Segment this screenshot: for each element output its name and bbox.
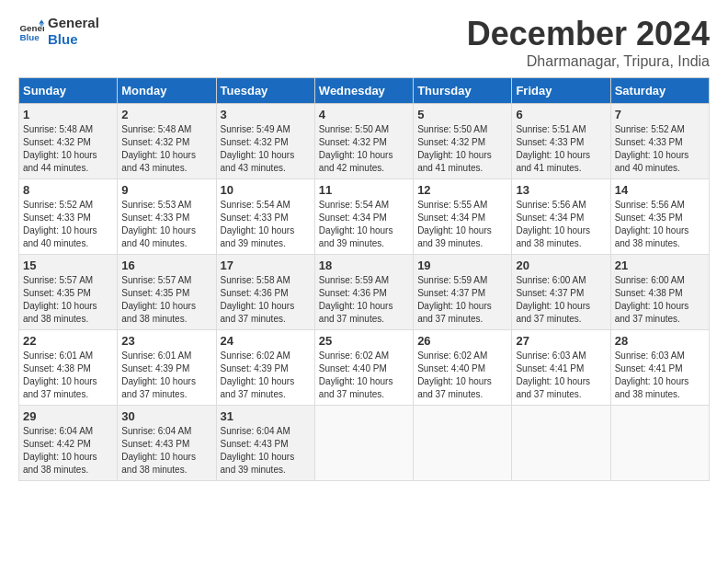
- logo-icon: General Blue: [18, 18, 44, 44]
- day-number: 6: [516, 108, 606, 121]
- calendar-cell: 28Sunrise: 6:03 AMSunset: 4:41 PMDayligh…: [610, 330, 709, 406]
- calendar-cell: [610, 406, 709, 481]
- day-number: 12: [417, 183, 507, 197]
- calendar-cell: 24Sunrise: 6:02 AMSunset: 4:39 PMDayligh…: [216, 330, 314, 406]
- calendar-cell: 1Sunrise: 5:48 AMSunset: 4:32 PMDaylight…: [19, 104, 118, 179]
- day-info: Sunrise: 5:50 AMSunset: 4:32 PMDaylight:…: [319, 123, 409, 175]
- day-number: 26: [417, 334, 507, 348]
- day-info: Sunrise: 6:01 AMSunset: 4:39 PMDaylight:…: [121, 350, 211, 401]
- calendar-cell: 14Sunrise: 5:56 AMSunset: 4:35 PMDayligh…: [610, 179, 709, 255]
- day-number: 25: [319, 334, 409, 348]
- day-number: 10: [221, 183, 311, 197]
- day-info: Sunrise: 5:48 AMSunset: 4:32 PMDaylight:…: [121, 123, 211, 175]
- calendar-week-4: 22Sunrise: 6:01 AMSunset: 4:38 PMDayligh…: [19, 330, 710, 406]
- day-info: Sunrise: 5:57 AMSunset: 4:35 PMDaylight:…: [23, 274, 113, 326]
- calendar-cell: 31Sunrise: 6:04 AMSunset: 4:43 PMDayligh…: [216, 406, 314, 481]
- calendar-cell: 12Sunrise: 5:55 AMSunset: 4:34 PMDayligh…: [414, 179, 512, 255]
- calendar-cell: 30Sunrise: 6:04 AMSunset: 4:43 PMDayligh…: [118, 406, 216, 481]
- day-number: 4: [319, 108, 409, 121]
- day-number: 30: [121, 409, 211, 423]
- column-header-friday: Friday: [512, 78, 610, 104]
- day-info: Sunrise: 5:51 AMSunset: 4:33 PMDaylight:…: [516, 123, 606, 175]
- day-info: Sunrise: 5:48 AMSunset: 4:32 PMDaylight:…: [23, 123, 113, 175]
- day-info: Sunrise: 5:50 AMSunset: 4:32 PMDaylight:…: [417, 123, 507, 175]
- column-header-monday: Monday: [118, 78, 216, 104]
- day-info: Sunrise: 6:02 AMSunset: 4:40 PMDaylight:…: [417, 350, 507, 401]
- day-info: Sunrise: 5:59 AMSunset: 4:37 PMDaylight:…: [417, 274, 507, 326]
- day-number: 1: [23, 108, 113, 121]
- month-title: December 2024: [467, 15, 710, 53]
- day-number: 9: [121, 183, 211, 197]
- day-info: Sunrise: 5:56 AMSunset: 4:34 PMDaylight:…: [516, 199, 606, 250]
- day-info: Sunrise: 6:04 AMSunset: 4:42 PMDaylight:…: [23, 425, 113, 477]
- day-info: Sunrise: 5:55 AMSunset: 4:34 PMDaylight:…: [417, 199, 507, 250]
- logo-general: General: [48, 15, 99, 31]
- day-info: Sunrise: 6:03 AMSunset: 4:41 PMDaylight:…: [615, 350, 705, 401]
- calendar-cell: 2Sunrise: 5:48 AMSunset: 4:32 PMDaylight…: [118, 104, 216, 179]
- calendar-cell: [512, 406, 610, 481]
- calendar-cell: 5Sunrise: 5:50 AMSunset: 4:32 PMDaylight…: [414, 104, 512, 179]
- calendar-week-2: 8Sunrise: 5:52 AMSunset: 4:33 PMDaylight…: [19, 179, 710, 255]
- calendar-week-1: 1Sunrise: 5:48 AMSunset: 4:32 PMDaylight…: [19, 104, 710, 179]
- calendar-cell: 23Sunrise: 6:01 AMSunset: 4:39 PMDayligh…: [118, 330, 216, 406]
- day-info: Sunrise: 6:03 AMSunset: 4:41 PMDaylight:…: [516, 350, 606, 401]
- day-number: 29: [23, 409, 113, 423]
- day-number: 17: [221, 259, 311, 272]
- day-number: 15: [23, 259, 113, 272]
- page-container: General Blue General Blue December 2024 …: [0, 0, 728, 490]
- column-header-tuesday: Tuesday: [216, 78, 314, 104]
- day-number: 28: [615, 334, 705, 348]
- calendar-cell: 17Sunrise: 5:58 AMSunset: 4:36 PMDayligh…: [216, 255, 314, 330]
- day-number: 18: [319, 259, 409, 272]
- day-number: 8: [23, 183, 113, 197]
- title-block: December 2024 Dharmanagar, Tripura, Indi…: [467, 15, 710, 70]
- calendar-week-3: 15Sunrise: 5:57 AMSunset: 4:35 PMDayligh…: [19, 255, 710, 330]
- day-info: Sunrise: 5:59 AMSunset: 4:36 PMDaylight:…: [319, 274, 409, 326]
- day-info: Sunrise: 5:57 AMSunset: 4:35 PMDaylight:…: [121, 274, 211, 326]
- day-number: 7: [615, 108, 705, 121]
- day-info: Sunrise: 5:54 AMSunset: 4:33 PMDaylight:…: [221, 199, 311, 250]
- day-info: Sunrise: 5:49 AMSunset: 4:32 PMDaylight:…: [221, 123, 311, 175]
- day-info: Sunrise: 6:00 AMSunset: 4:37 PMDaylight:…: [516, 274, 606, 326]
- calendar-cell: 20Sunrise: 6:00 AMSunset: 4:37 PMDayligh…: [512, 255, 610, 330]
- day-info: Sunrise: 5:52 AMSunset: 4:33 PMDaylight:…: [615, 123, 705, 175]
- day-info: Sunrise: 6:04 AMSunset: 4:43 PMDaylight:…: [221, 425, 311, 477]
- svg-marker-2: [39, 19, 44, 23]
- calendar-cell: [414, 406, 512, 481]
- column-header-sunday: Sunday: [19, 78, 118, 104]
- day-number: 16: [121, 259, 211, 272]
- day-number: 20: [516, 259, 606, 272]
- logo-blue: Blue: [48, 31, 99, 48]
- column-header-saturday: Saturday: [610, 78, 709, 104]
- calendar-cell: 22Sunrise: 6:01 AMSunset: 4:38 PMDayligh…: [19, 330, 118, 406]
- calendar-cell: 25Sunrise: 6:02 AMSunset: 4:40 PMDayligh…: [314, 330, 413, 406]
- calendar-cell: 26Sunrise: 6:02 AMSunset: 4:40 PMDayligh…: [414, 330, 512, 406]
- day-info: Sunrise: 6:04 AMSunset: 4:43 PMDaylight:…: [121, 425, 211, 477]
- calendar-cell: [314, 406, 413, 481]
- header: General Blue General Blue December 2024 …: [18, 15, 710, 70]
- logo: General Blue General Blue: [18, 15, 99, 48]
- calendar-cell: 16Sunrise: 5:57 AMSunset: 4:35 PMDayligh…: [118, 255, 216, 330]
- calendar-cell: 29Sunrise: 6:04 AMSunset: 4:42 PMDayligh…: [19, 406, 118, 481]
- day-info: Sunrise: 5:58 AMSunset: 4:36 PMDaylight:…: [221, 274, 311, 326]
- location-title: Dharmanagar, Tripura, India: [467, 53, 710, 70]
- day-info: Sunrise: 6:02 AMSunset: 4:39 PMDaylight:…: [221, 350, 311, 401]
- calendar-cell: 11Sunrise: 5:54 AMSunset: 4:34 PMDayligh…: [314, 179, 413, 255]
- calendar-week-5: 29Sunrise: 6:04 AMSunset: 4:42 PMDayligh…: [19, 406, 710, 481]
- svg-text:Blue: Blue: [19, 32, 40, 42]
- calendar-cell: 6Sunrise: 5:51 AMSunset: 4:33 PMDaylight…: [512, 104, 610, 179]
- day-number: 27: [516, 334, 606, 348]
- calendar-cell: 3Sunrise: 5:49 AMSunset: 4:32 PMDaylight…: [216, 104, 314, 179]
- day-info: Sunrise: 5:56 AMSunset: 4:35 PMDaylight:…: [615, 199, 705, 250]
- day-info: Sunrise: 5:53 AMSunset: 4:33 PMDaylight:…: [121, 199, 211, 250]
- day-info: Sunrise: 5:54 AMSunset: 4:34 PMDaylight:…: [319, 199, 409, 250]
- calendar-cell: 9Sunrise: 5:53 AMSunset: 4:33 PMDaylight…: [118, 179, 216, 255]
- day-number: 3: [221, 108, 311, 121]
- day-number: 13: [516, 183, 606, 197]
- day-number: 11: [319, 183, 409, 197]
- calendar-cell: 10Sunrise: 5:54 AMSunset: 4:33 PMDayligh…: [216, 179, 314, 255]
- day-info: Sunrise: 5:52 AMSunset: 4:33 PMDaylight:…: [23, 199, 113, 250]
- calendar-cell: 18Sunrise: 5:59 AMSunset: 4:36 PMDayligh…: [314, 255, 413, 330]
- day-number: 21: [615, 259, 705, 272]
- day-info: Sunrise: 6:00 AMSunset: 4:38 PMDaylight:…: [615, 274, 705, 326]
